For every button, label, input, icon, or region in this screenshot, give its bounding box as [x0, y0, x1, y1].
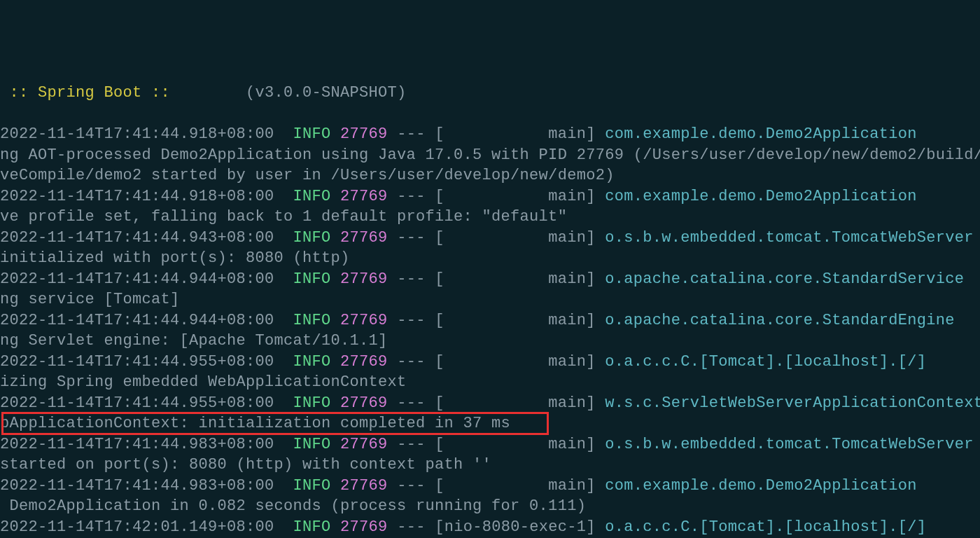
log-thread: [ main] — [435, 353, 596, 371]
log-line: 2022-11-14T17:41:44.983+08:00 INFO 27769… — [0, 476, 980, 497]
log-logger: com.example.demo.Demo2Application — [605, 188, 980, 205]
log-timestamp: 2022-11-14T17:41:44.983+08:00 — [0, 477, 274, 495]
log-line: initialized with port(s): 8080 (http) — [0, 248, 980, 269]
log-timestamp: 2022-11-14T17:41:44.918+08:00 — [0, 125, 274, 143]
log-thread: [ main] — [435, 477, 596, 495]
log-message-wrap: bApplicationContext: initialization comp… — [0, 415, 510, 432]
log-line: ng AOT-processed Demo2Application using … — [0, 145, 980, 166]
log-level: INFO — [293, 229, 331, 247]
log-line: 2022-11-14T17:41:44.983+08:00 INFO 27769… — [0, 434, 980, 455]
log-timestamp: 2022-11-14T17:42:01.149+08:00 — [0, 518, 274, 536]
log-thread: [ main] — [435, 125, 596, 143]
log-message-wrap: ng Servlet engine: [Apache Tomcat/10.1.1… — [0, 332, 388, 350]
log-level: INFO — [293, 353, 331, 371]
spring-boot-banner: :: Spring Boot :: (v3.0.0-SNAPSHOT) — [0, 83, 980, 104]
log-line: 2022-11-14T17:41:44.955+08:00 INFO 27769… — [0, 352, 980, 373]
log-level: INFO — [293, 477, 331, 495]
log-line: 2022-11-14T17:41:44.943+08:00 INFO 27769… — [0, 228, 980, 249]
log-pid: 27769 — [340, 188, 388, 205]
log-thread: [ main] — [435, 312, 596, 329]
log-message-wrap: ng service [Tomcat] — [0, 291, 180, 308]
console-output: :: Spring Boot :: (v3.0.0-SNAPSHOT) 2022… — [0, 83, 980, 538]
log-timestamp: 2022-11-14T17:41:44.943+08:00 — [0, 229, 274, 247]
log-thread: [ main] — [435, 436, 596, 453]
log-logger: o.apache.catalina.core.StandardEngine — [605, 312, 980, 329]
log-line: started on port(s): 8080 (http) with con… — [0, 455, 980, 476]
log-line: Demo2Application in 0.082 seconds (proce… — [0, 496, 980, 517]
log-thread: [ main] — [435, 188, 596, 205]
log-line: veCompile/demo2 started by user in /User… — [0, 165, 980, 186]
log-logger: o.a.c.c.C.[Tomcat].[localhost].[/] — [605, 518, 980, 536]
banner-version: (v3.0.0-SNAPSHOT) — [180, 84, 407, 102]
log-message-wrap: izing Spring embedded WebApplicationCont… — [0, 373, 407, 391]
log-level: INFO — [293, 518, 331, 536]
log-timestamp: 2022-11-14T17:41:44.955+08:00 — [0, 353, 274, 371]
log-timestamp: 2022-11-14T17:41:44.955+08:00 — [0, 394, 274, 412]
log-line: 2022-11-14T17:41:44.955+08:00 INFO 27769… — [0, 393, 980, 414]
log-message-wrap: ng AOT-processed Demo2Application using … — [0, 146, 980, 164]
log-timestamp: 2022-11-14T17:41:44.944+08:00 — [0, 270, 274, 288]
log-separator: --- — [397, 394, 426, 412]
log-logger: o.s.b.w.embedded.tomcat.TomcatWebServer — [605, 229, 980, 247]
log-pid: 27769 — [340, 229, 388, 247]
log-separator: --- — [397, 436, 426, 453]
log-line: 2022-11-14T17:42:01.149+08:00 INFO 27769… — [0, 517, 980, 538]
log-timestamp: 2022-11-14T17:41:44.983+08:00 — [0, 436, 274, 453]
log-thread: [ main] — [435, 394, 596, 412]
log-logger: w.s.c.ServletWebServerApplicationContext — [605, 394, 980, 412]
log-logger: com.example.demo.Demo2Application — [605, 477, 980, 495]
log-separator: --- — [397, 229, 426, 247]
log-level: INFO — [293, 270, 331, 288]
log-message-wrap: initialized with port(s): 8080 (http) — [0, 249, 350, 267]
log-thread: [ main] — [435, 270, 596, 288]
log-timestamp: 2022-11-14T17:41:44.944+08:00 — [0, 312, 274, 329]
log-pid: 27769 — [340, 518, 388, 536]
log-line: bApplicationContext: initialization comp… — [0, 413, 980, 434]
log-line: ve profile set, falling back to 1 defaul… — [0, 207, 980, 228]
log-pid: 27769 — [340, 477, 388, 495]
log-timestamp: 2022-11-14T17:41:44.918+08:00 — [0, 188, 274, 205]
log-message-wrap: Demo2Application in 0.082 seconds (proce… — [0, 497, 586, 515]
log-pid: 27769 — [340, 312, 388, 329]
log-pid: 27769 — [340, 436, 388, 453]
log-level: INFO — [293, 312, 331, 329]
log-logger: o.apache.catalina.core.StandardService — [605, 270, 980, 288]
log-separator: --- — [397, 518, 426, 536]
log-level: INFO — [293, 394, 331, 412]
banner-text: :: Spring Boot :: — [0, 84, 180, 102]
log-logger: o.a.c.c.C.[Tomcat].[localhost].[/] — [605, 353, 980, 371]
log-separator: --- — [397, 188, 426, 205]
log-line: 2022-11-14T17:41:44.918+08:00 INFO 27769… — [0, 186, 980, 207]
log-separator: --- — [397, 312, 426, 329]
log-logger: com.example.demo.Demo2Application — [605, 125, 980, 143]
log-level: INFO — [293, 188, 331, 205]
log-pid: 27769 — [340, 125, 388, 143]
log-logger: o.s.b.w.embedded.tomcat.TomcatWebServer — [605, 436, 980, 453]
log-line: ng Servlet engine: [Apache Tomcat/10.1.1… — [0, 331, 980, 352]
log-line: 2022-11-14T17:41:44.944+08:00 INFO 27769… — [0, 310, 980, 331]
log-message-wrap: started on port(s): 8080 (http) with con… — [0, 456, 491, 474]
log-separator: --- — [397, 125, 426, 143]
log-thread: [ main] — [435, 229, 596, 247]
log-message-wrap: veCompile/demo2 started by user in /User… — [0, 167, 615, 184]
log-level: INFO — [293, 436, 331, 453]
log-line: 2022-11-14T17:41:44.944+08:00 INFO 27769… — [0, 269, 980, 290]
log-separator: --- — [397, 477, 426, 495]
log-line: ng service [Tomcat] — [0, 289, 980, 310]
log-line: 2022-11-14T17:41:44.918+08:00 INFO 27769… — [0, 124, 980, 145]
log-line: izing Spring embedded WebApplicationCont… — [0, 372, 980, 393]
log-pid: 27769 — [340, 394, 388, 412]
log-level: INFO — [293, 125, 331, 143]
log-pid: 27769 — [340, 353, 388, 371]
log-separator: --- — [397, 270, 426, 288]
log-thread: [nio-8080-exec-1] — [435, 518, 596, 536]
log-message-wrap: ve profile set, falling back to 1 defaul… — [0, 208, 567, 226]
log-pid: 27769 — [340, 270, 388, 288]
log-separator: --- — [397, 353, 426, 371]
